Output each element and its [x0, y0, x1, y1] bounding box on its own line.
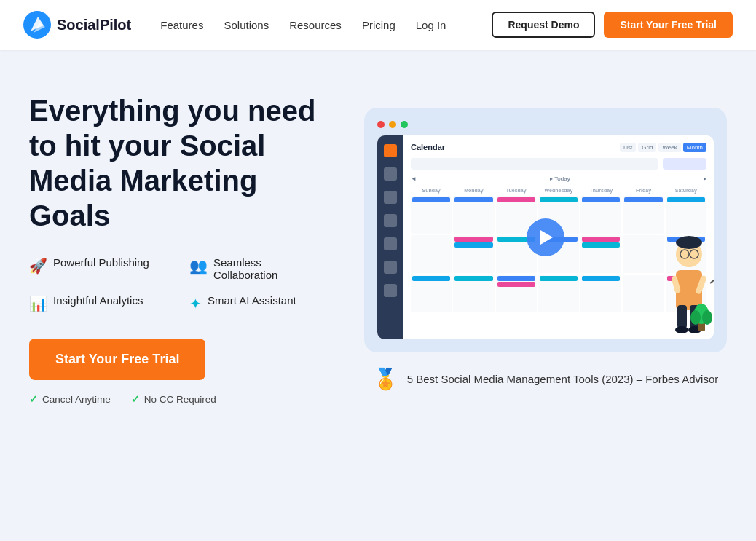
cal-search-row — [411, 158, 706, 170]
no-cc-required: ✓ No CC Required — [131, 393, 216, 405]
svg-point-18 — [690, 310, 701, 325]
check-icon-2: ✓ — [131, 393, 140, 405]
day-saturday: Saturday — [666, 186, 706, 194]
cal-nav-prev[interactable]: ◄ — [411, 175, 417, 182]
cal-nav-next[interactable]: ▸ — [704, 175, 706, 182]
ai-icon: ✦ — [189, 295, 202, 312]
feature-ai: ✦ Smart AI Assistant — [189, 294, 335, 312]
hero-title: Everything you need to hit your Social M… — [29, 93, 335, 233]
nav-login[interactable]: Log In — [416, 19, 446, 31]
hero-right: Calendar List Grid Week Month ◄ — [364, 108, 727, 391]
forbes-badge: 🏅 5 Best Social Media Management Tools (… — [373, 367, 718, 391]
tab-grid[interactable]: Grid — [638, 143, 656, 152]
logo[interactable]: SocialPilot — [23, 11, 131, 39]
cal-cell-1 — [411, 196, 452, 234]
dashboard-sidebar — [377, 135, 403, 339]
feature-collaboration: 👥 SeamlessCollaboration — [189, 256, 335, 281]
svg-rect-4 — [677, 305, 687, 328]
cancel-anytime: ✓ Cancel Anytime — [29, 393, 111, 405]
cal-cell-8 — [411, 235, 452, 273]
start-trial-nav-button[interactable]: Start Your Free Trial — [604, 12, 733, 38]
chart-icon: 📊 — [29, 295, 47, 312]
feature-analytics-label: Insightful Analytics — [53, 294, 143, 307]
day-wednesday: Wednesday — [538, 186, 579, 194]
dashboard-preview: Calendar List Grid Week Month ◄ — [364, 108, 727, 352]
tab-week[interactable]: Week — [658, 143, 680, 152]
cal-cell-16 — [453, 275, 494, 312]
sidebar-icon-6 — [384, 261, 397, 274]
sidebar-icon-3 — [384, 191, 397, 204]
hero-section: Everything you need to hit your Social M… — [0, 50, 756, 434]
sidebar-icon-7 — [384, 284, 397, 297]
cal-header: Calendar List Grid Week Month — [411, 143, 706, 152]
feature-publishing-label: Powerful Publishing — [53, 256, 149, 269]
nav-actions: Request Demo Start Your Free Trial — [492, 12, 733, 38]
sidebar-icon-2 — [384, 167, 397, 181]
nav-solutions[interactable]: Solutions — [224, 19, 269, 31]
day-tuesday: Tuesday — [496, 186, 537, 194]
day-monday: Monday — [453, 186, 494, 194]
day-thursday: Thursday — [580, 186, 621, 194]
sidebar-icon-1 — [384, 144, 397, 157]
nav-resources[interactable]: Resources — [289, 19, 342, 31]
forbes-text: 5 Best Social Media Management Tools (20… — [407, 373, 718, 385]
browser-bar — [377, 121, 714, 128]
feature-analytics: 📊 Insightful Analytics — [29, 294, 175, 312]
play-triangle-icon — [540, 230, 553, 245]
cal-cell-2 — [453, 196, 494, 234]
cancel-anytime-label: Cancel Anytime — [42, 394, 111, 405]
character-illustration — [658, 219, 714, 339]
dot-green — [401, 121, 408, 128]
cal-filter-bar[interactable] — [663, 158, 706, 170]
sidebar-icon-4 — [384, 214, 397, 227]
play-button[interactable] — [527, 218, 564, 256]
hero-left: Everything you need to hit your Social M… — [29, 93, 335, 405]
no-cc-label: No CC Required — [144, 394, 216, 405]
svg-line-14 — [710, 274, 714, 283]
nav-links: Features Solutions Resources Pricing Log… — [160, 19, 492, 31]
sidebar-icon-5 — [384, 237, 397, 250]
tab-month[interactable]: Month — [683, 143, 706, 152]
tab-list[interactable]: List — [620, 143, 636, 152]
cal-cell-12 — [580, 235, 621, 273]
nav-pricing[interactable]: Pricing — [362, 19, 395, 31]
cal-cell-15 — [411, 275, 452, 312]
hero-trust: ✓ Cancel Anytime ✓ No CC Required — [29, 393, 335, 405]
request-demo-button[interactable]: Request Demo — [492, 12, 595, 38]
svg-point-9 — [676, 236, 702, 249]
cal-cell-17 — [496, 275, 537, 312]
svg-point-19 — [702, 310, 712, 325]
cal-nav-label: ▸ Today — [550, 175, 570, 182]
dashboard-inner: Calendar List Grid Week Month ◄ — [377, 135, 714, 339]
logo-icon — [23, 11, 51, 39]
feature-publishing: 🚀 Powerful Publishing — [29, 256, 175, 281]
hero-features: 🚀 Powerful Publishing 👥 SeamlessCollabor… — [29, 256, 335, 312]
rocket-icon: 🚀 — [29, 257, 47, 275]
cal-cell-9 — [453, 235, 494, 273]
day-sunday: Sunday — [411, 186, 452, 194]
badge-icon: 🏅 — [373, 367, 398, 391]
feature-collaboration-label: SeamlessCollaboration — [213, 256, 277, 281]
svg-point-6 — [675, 326, 688, 333]
day-friday: Friday — [623, 186, 664, 194]
cal-search-bar[interactable] — [411, 158, 658, 170]
cal-nav: ◄ ▸ Today ▸ — [411, 175, 706, 182]
cal-cell-5 — [580, 196, 621, 234]
feature-ai-label: Smart AI Assistant — [208, 294, 296, 307]
cal-cell-19 — [580, 275, 621, 312]
nav-features[interactable]: Features — [160, 19, 203, 31]
main-nav: SocialPilot Features Solutions Resources… — [0, 0, 756, 50]
check-icon-1: ✓ — [29, 393, 38, 405]
dot-yellow — [389, 121, 396, 128]
cal-tabs: List Grid Week Month — [620, 143, 706, 152]
cal-title: Calendar — [411, 143, 445, 151]
start-trial-hero-button[interactable]: Start Your Free Trial — [29, 339, 205, 380]
dot-red — [377, 121, 385, 128]
logo-text: SocialPilot — [57, 17, 131, 33]
cal-cell-18 — [538, 275, 579, 312]
collab-icon: 👥 — [189, 257, 208, 275]
